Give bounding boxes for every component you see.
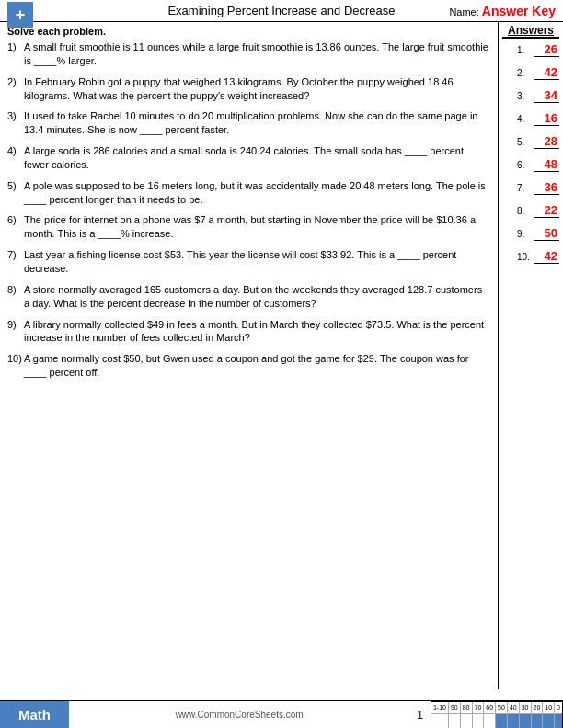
problems-container: 1) A small fruit smoothie is 11 ounces w… (7, 40, 490, 380)
problems-area: Solve each problem. 1) A small fruit smo… (0, 22, 499, 689)
answer-val-5: 28 (534, 134, 559, 149)
answer-num-3: 3. (517, 91, 534, 101)
problem-text-2: In February Robin got a puppy that weigh… (24, 75, 490, 103)
problem-10: 10) A game normally cost $50, but Gwen u… (7, 352, 490, 380)
problem-text-6: The price for internet on a phone was $7… (24, 213, 490, 241)
answer-num-10: 10. (517, 252, 534, 262)
logo: + (7, 2, 33, 28)
problem-num-10: 10) (7, 352, 24, 380)
answers-column: Answers 1. 262. 423. 344. 165. 286. 487.… (499, 22, 563, 689)
answers-container: 1. 262. 423. 344. 165. 286. 487. 368. 22… (502, 42, 559, 264)
answer-row-10: 10. 42 (502, 249, 559, 264)
answer-row-3: 3. 34 (502, 88, 559, 103)
footer-math-label: Math (0, 701, 69, 728)
answer-val-4: 16 (534, 111, 559, 126)
answer-row-9: 9. 50 (502, 226, 559, 241)
answer-row-2: 2. 42 (502, 65, 559, 80)
answer-val-1: 26 (534, 42, 559, 57)
answer-num-1: 1. (517, 45, 534, 55)
name-area: Name: Answer Key (449, 4, 556, 18)
answer-val-2: 42 (534, 65, 559, 80)
answer-row-6: 6. 48 (502, 157, 559, 172)
problem-8: 8) A store normally averaged 165 custome… (7, 283, 490, 311)
worksheet-title: Examining Percent Increase and Decrease (167, 4, 395, 17)
score-table: 1-10 90 80 70 60 50 (431, 701, 563, 729)
problem-num-2: 2) (7, 75, 24, 103)
problem-7: 7) Last year a fishing license cost $53.… (7, 248, 490, 276)
answer-num-7: 7. (517, 183, 534, 193)
solve-label: Solve each problem. (7, 26, 490, 37)
answer-row-7: 7. 36 (502, 180, 559, 195)
problem-num-7: 7) (7, 248, 24, 276)
answer-row-1: 1. 26 (502, 42, 559, 57)
problem-2: 2) In February Robin got a puppy that we… (7, 75, 490, 103)
answer-num-6: 6. (517, 160, 534, 170)
problem-text-7: Last year a fishing license cost $53. Th… (24, 248, 490, 276)
page: + Examining Percent Increase and Decreas… (0, 0, 563, 728)
answer-num-5: 5. (517, 137, 534, 147)
problem-num-6: 6) (7, 213, 24, 241)
answer-num-4: 4. (517, 114, 534, 124)
answer-row-5: 5. 28 (502, 134, 559, 149)
answer-val-10: 42 (534, 249, 559, 264)
problem-3: 3) It used to take Rachel 10 minutes to … (7, 109, 490, 137)
problem-4: 4) A large soda is 286 calories and a sm… (7, 144, 490, 172)
problem-num-4: 4) (7, 144, 24, 172)
answer-val-9: 50 (534, 226, 559, 241)
name-label: Name: (449, 6, 478, 17)
answer-row-8: 8. 22 (502, 203, 559, 218)
header: + Examining Percent Increase and Decreas… (0, 0, 563, 22)
answer-num-2: 2. (517, 68, 534, 78)
problem-num-3: 3) (7, 109, 24, 137)
problem-6: 6) The price for internet on a phone was… (7, 213, 490, 241)
problem-text-3: It used to take Rachel 10 minutes to do … (24, 109, 490, 137)
answer-val-3: 34 (534, 88, 559, 103)
footer-page: 1 (409, 709, 431, 722)
problem-1: 1) A small fruit smoothie is 11 ounces w… (7, 40, 490, 68)
answer-row-4: 4. 16 (502, 111, 559, 126)
answer-key-label: Answer Key (482, 4, 556, 18)
problem-text-8: A store normally averaged 165 customers … (24, 283, 490, 311)
problem-text-9: A library normally collected $49 in fees… (24, 318, 490, 346)
problem-text-4: A large soda is 286 calories and a small… (24, 144, 490, 172)
problem-text-5: A pole was supposed to be 16 meters long… (24, 179, 490, 207)
footer: Math www.CommonCoreSheets.com 1 1-10 90 … (0, 700, 563, 728)
footer-url: www.CommonCoreSheets.com (69, 710, 409, 720)
problem-num-9: 9) (7, 318, 24, 346)
main-content: Solve each problem. 1) A small fruit smo… (0, 22, 563, 689)
problem-num-1: 1) (7, 40, 24, 68)
problem-text-10: A game normally cost $50, but Gwen used … (24, 352, 490, 380)
answers-header: Answers (502, 24, 559, 39)
answer-val-8: 22 (534, 203, 559, 218)
problem-num-5: 5) (7, 179, 24, 207)
answer-num-8: 8. (517, 206, 534, 216)
problem-9: 9) A library normally collected $49 in f… (7, 318, 490, 346)
problem-5: 5) A pole was supposed to be 16 meters l… (7, 179, 490, 207)
problem-text-1: A small fruit smoothie is 11 ounces whil… (24, 40, 490, 68)
answer-val-6: 48 (534, 157, 559, 172)
answer-num-9: 9. (517, 229, 534, 239)
problem-num-8: 8) (7, 283, 24, 311)
answer-val-7: 36 (534, 180, 559, 195)
